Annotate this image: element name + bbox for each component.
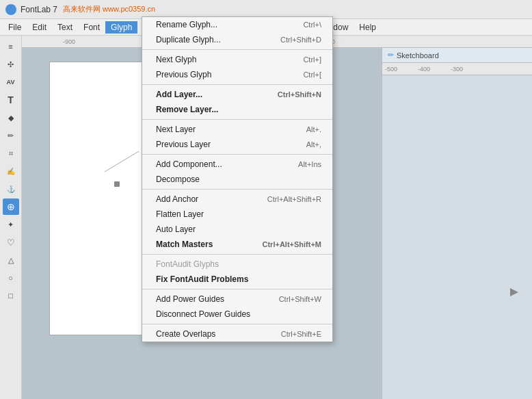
separator-3 <box>142 119 332 120</box>
menu-next-layer[interactable]: Next Layer Alt+. <box>142 122 332 137</box>
toolbar-kerning-btn[interactable]: AV <box>3 74 19 90</box>
separator-2 <box>142 84 332 85</box>
svg-line-0 <box>105 151 139 172</box>
menu-help[interactable]: Help <box>354 21 382 34</box>
menu-remove-layer[interactable]: Remove Layer... <box>142 102 332 117</box>
sketchboard-title: Sketchboard <box>397 51 439 60</box>
toolbar-heart-btn[interactable]: ♡ <box>3 234 19 250</box>
sk-ruler-500: -500 <box>385 66 397 73</box>
menu-previous-glyph[interactable]: Previous Glyph Ctrl+[ <box>142 67 332 82</box>
menu-previous-layer[interactable]: Previous Layer Alt+, <box>142 137 332 152</box>
handle-indicator <box>114 181 120 187</box>
menu-flatten-layer[interactable]: Flatten Layer <box>142 207 332 222</box>
watermark-text: 高来软件网 www.pc0359.cn <box>63 4 155 14</box>
menu-add-layer[interactable]: Add Layer... Ctrl+Shift+N <box>142 87 332 102</box>
toolbar-menu-btn[interactable]: ≡ <box>3 38 19 55</box>
toolbar-node-btn[interactable]: ◆ <box>3 110 19 126</box>
menu-text[interactable]: Text <box>52 21 78 34</box>
toolbar-active-btn[interactable]: ⊕ <box>3 198 19 215</box>
toolbar-rect-btn[interactable]: □ <box>3 287 19 304</box>
menu-font[interactable]: Font <box>78 21 105 34</box>
sketchboard-icon: ✏ <box>388 51 394 60</box>
separator-1 <box>142 49 332 50</box>
menu-decompose[interactable]: Decompose <box>142 172 332 187</box>
menu-add-power-guides[interactable]: Add Power Guides Ctrl+Shift+W <box>142 292 332 307</box>
title-bar-text: FontLab 7 <box>21 5 57 14</box>
left-toolbar: ≡ ✣ AV T ◆ ✏ ⌗ ✍ ⚓ ⊕ ✦ ♡ △ ○ □ <box>0 36 22 399</box>
menu-file[interactable]: File <box>3 21 27 34</box>
sketchboard-cursor <box>510 288 518 296</box>
menu-glyph[interactable]: Glyph <box>105 21 137 34</box>
glyph-dropdown-menu: Rename Glyph... Ctrl+\ Duplicate Glyph..… <box>142 16 333 342</box>
toolbar-ellipse-btn[interactable]: ○ <box>3 270 19 286</box>
toolbar-pen-btn[interactable]: ✏ <box>3 127 19 144</box>
separator-6 <box>142 254 332 255</box>
toolbar-triangle-btn[interactable]: △ <box>3 252 19 268</box>
menu-edit[interactable]: Edit <box>27 21 52 34</box>
svg-marker-2 <box>510 288 518 296</box>
menu-auto-layer[interactable]: Auto Layer <box>142 222 332 237</box>
menu-next-glyph[interactable]: Next Glyph Ctrl+] <box>142 52 332 67</box>
sk-ruler-400: -400 <box>418 66 430 73</box>
toolbar-anchor-btn[interactable]: ⚓ <box>3 181 19 197</box>
menu-fontaudit-glyphs[interactable]: FontAudit Glyphs <box>142 257 332 272</box>
menu-fix-fontaudit[interactable]: Fix FontAudit Problems <box>142 272 332 287</box>
separator-8 <box>142 324 332 324</box>
ruler-mark-900: -900 <box>63 38 75 45</box>
app-icon <box>5 4 16 15</box>
toolbar-grid-btn[interactable]: ⌗ <box>3 145 19 162</box>
menu-duplicate-glyph[interactable]: Duplicate Glyph... Ctrl+Shift+D <box>142 32 332 47</box>
toolbar-star-btn[interactable]: ✦ <box>3 216 19 233</box>
toolbar-transform-btn[interactable]: ✣ <box>3 56 19 73</box>
separator-7 <box>142 289 332 289</box>
menu-add-anchor[interactable]: Add Anchor Ctrl+Alt+Shift+R <box>142 192 332 207</box>
sketchboard-panel: ✏ Sketchboard -500 -400 -300 <box>382 48 532 399</box>
menu-create-overlaps[interactable]: Create Overlaps Ctrl+Shift+E <box>142 326 332 342</box>
menu-match-masters[interactable]: Match Masters Ctrl+Alt+Shift+M <box>142 237 332 252</box>
sk-ruler-300: -300 <box>451 66 463 73</box>
toolbar-brush-btn[interactable]: ✍ <box>3 163 19 179</box>
separator-4 <box>142 154 332 155</box>
sketchboard-ruler: -500 -400 -300 <box>382 63 532 75</box>
separator-5 <box>142 189 332 190</box>
menu-rename-glyph[interactable]: Rename Glyph... Ctrl+\ <box>142 17 332 32</box>
menu-disconnect-power-guides[interactable]: Disconnect Power Guides <box>142 307 332 322</box>
menu-add-component[interactable]: Add Component... Alt+Ins <box>142 157 332 172</box>
toolbar-text-btn[interactable]: T <box>3 92 19 108</box>
sketchboard-header: ✏ Sketchboard <box>382 48 532 63</box>
